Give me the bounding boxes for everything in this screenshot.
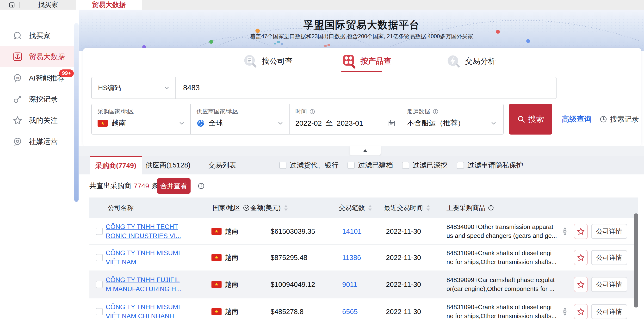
links-divider (594, 112, 594, 126)
sidebar-item-dig-records[interactable]: 深挖记录 (0, 89, 79, 110)
banner-title: 孚盟国际贸易大数据平台 (79, 18, 644, 32)
tab-suppliers[interactable]: 供应商(15128) (142, 156, 194, 174)
topbar-divider (19, 2, 20, 8)
right-scrollbar-thumb[interactable] (634, 213, 638, 308)
sidebar: 找买家 贸易大数据 AI AI智能推荐 99+ 深挖记录 我的关注 社媒运营 (0, 10, 79, 333)
company-detail-button[interactable]: 公司详情 (591, 277, 627, 292)
row-checkbox[interactable] (96, 281, 103, 288)
results-panel: 共查出采购商 7749 条 合并查看 公司名称 国家/地区 金额(美元) 交易笔… (79, 174, 644, 333)
svg-text:AI: AI (16, 76, 19, 80)
time-range-picker[interactable]: 时间 2022-02 至 2023-01 (289, 104, 401, 134)
time-joiner: 至 (326, 118, 333, 128)
tabs-divider (83, 76, 641, 76)
sidebar-item-label: 我的关注 (29, 116, 58, 126)
buyer-country-select[interactable]: 采购国家/地区 越南 (92, 104, 190, 134)
merge-view-button[interactable]: 合并查看 (157, 178, 190, 194)
shipping-value: 不含船运（推荐） (407, 118, 465, 128)
advanced-query-link[interactable]: 高级查询 (562, 104, 592, 134)
sort-transactions[interactable] (368, 205, 372, 211)
vietnam-flag-icon (212, 254, 222, 261)
left-scrollbar-thumb[interactable] (74, 23, 78, 202)
table-header: 公司名称 国家/地区 金额(美元) 交易笔数 最近交易时间 主要采购商品 (90, 198, 638, 218)
banner-subtitle: 覆盖47个国家进口数据和23国出口数据,包含200个国家, 21亿条贸易数据,4… (79, 33, 644, 40)
company-name-link[interactable]: CÔNG TY TNHH TECHT RONIC INDUSTRIES VI..… (106, 222, 190, 240)
follow-star-button[interactable] (574, 224, 588, 239)
search-history-link[interactable]: 搜索记录 (600, 104, 639, 134)
search-button-label: 搜索 (528, 114, 544, 125)
checkbox[interactable] (279, 162, 286, 169)
header-company: 公司名称 (108, 198, 134, 218)
company-name-link[interactable]: CÔNG TY TNHH MISUMI VIỆT NAM CHI NHÁNH..… (106, 302, 190, 321)
company-detail-button[interactable]: 公司详情 (591, 250, 627, 265)
pickaxe-icon (12, 94, 22, 104)
filter-checkbox-item[interactable]: 过滤已深挖 (402, 156, 448, 174)
tab-label: 按公司查 (262, 56, 293, 66)
tab-buyers[interactable]: 采购商(7749) (90, 156, 142, 174)
sort-last-date[interactable] (426, 205, 430, 211)
search-button[interactable]: 搜索 (509, 104, 552, 134)
follow-star-button[interactable] (574, 304, 588, 319)
sidebar-item-ai-recommend[interactable]: AI AI智能推荐 99+ (0, 68, 79, 89)
country-label: 越南 (225, 227, 238, 236)
country-filter-icon[interactable] (243, 204, 250, 211)
sort-amount[interactable] (284, 205, 288, 211)
country-label: 越南 (225, 307, 238, 316)
company-search-icon (243, 54, 258, 69)
tab-search-by-company[interactable]: 按公司查 (243, 51, 293, 72)
table-row: CTY TNHH CÔNG NGHI越南$2461549.1747962022-… (90, 325, 638, 333)
analysis-icon (446, 54, 461, 69)
main-products-text: 84831090+Crank shafts of diesel engi ne … (446, 249, 569, 266)
sidebar-item-social-media[interactable]: 社媒运营 (0, 131, 79, 152)
checkbox-label: 过滤申请隐私保护 (468, 160, 523, 170)
tab-search-by-product[interactable]: 按产品查 (341, 51, 391, 72)
search-chat-icon (12, 31, 22, 41)
sidebar-item-my-follows[interactable]: 我的关注 (0, 110, 79, 131)
sidebar-item-label: 找买家 (29, 31, 50, 41)
main-products-text: 84831090+Crank shafts of diesel engi ne … (446, 303, 569, 320)
filter-checkbox-item[interactable]: 过滤货代、银行 (279, 156, 338, 174)
checkbox[interactable] (402, 162, 409, 169)
last-trade-date: 2022-11-30 (386, 254, 421, 262)
collapse-arrow-icon (363, 149, 368, 152)
filter-checkbox-item[interactable]: 过滤申请隐私保护 (457, 156, 523, 174)
chevron-down-icon (164, 84, 170, 91)
row-checkbox[interactable] (96, 228, 103, 235)
top-tab-trade-data[interactable]: 贸易大数据 (76, 0, 142, 10)
search-input[interactable]: 8483 (176, 77, 556, 98)
company-detail-button[interactable]: 公司详情 (591, 224, 627, 239)
sidebar-item-trade-data[interactable]: 贸易大数据 (0, 46, 79, 67)
transaction-count-link[interactable]: 11386 (342, 254, 361, 262)
checkbox[interactable] (348, 162, 355, 169)
info-icon (309, 108, 315, 114)
tab-trade-analysis[interactable]: 交易分析 (446, 51, 496, 72)
home-button[interactable] (6, 1, 17, 9)
hs-code-select[interactable]: HS编码 (92, 77, 176, 98)
company-detail-button[interactable]: 公司详情 (591, 304, 627, 319)
vietnam-flag-icon (212, 228, 222, 235)
shipping-data-select[interactable]: 船运数据 不含船运（推荐） (401, 104, 502, 134)
company-name-link[interactable]: CÔNG TY TNHH MISUMI VIỆT NAM (106, 248, 190, 267)
table-row: CÔNG TY TNHH TECHT RONIC INDUSTRIES VI..… (90, 218, 638, 244)
company-name-link[interactable]: CÔNG TY TNHH FUJIFIL M MANUFACTURING H..… (106, 275, 190, 294)
privacy-eye-icon[interactable] (560, 227, 570, 236)
follow-star-button[interactable] (574, 277, 588, 292)
transaction-count-link[interactable]: 6565 (342, 308, 358, 316)
info-icon[interactable] (198, 182, 205, 190)
collapse-panel-button[interactable] (350, 146, 381, 156)
follow-star-button[interactable] (574, 250, 588, 265)
row-checkbox[interactable] (96, 308, 103, 315)
chevron-down-icon (277, 120, 284, 126)
transaction-count-link[interactable]: 9011 (342, 280, 357, 288)
supplier-country-select[interactable]: 供应商国家/地区 全球 (190, 104, 289, 134)
row-checkbox[interactable] (96, 254, 103, 261)
privacy-eye-icon[interactable] (560, 307, 570, 316)
filter-checkbox-item[interactable]: 过滤已建档 (348, 156, 393, 174)
top-tab-find-buyer[interactable]: 找买家 (24, 0, 72, 10)
summary-count: 7749 (134, 182, 149, 190)
filter-bar: 采购国家/地区 越南 供应商国家/地区 全球 时间 (91, 104, 504, 134)
hs-code-select-value: HS编码 (98, 83, 121, 92)
tab-transaction-list[interactable]: 交易列表 (202, 156, 243, 174)
sidebar-item-find-buyer[interactable]: 找买家 (0, 25, 79, 46)
checkbox[interactable] (457, 162, 464, 169)
transaction-count-link[interactable]: 14101 (342, 227, 362, 235)
